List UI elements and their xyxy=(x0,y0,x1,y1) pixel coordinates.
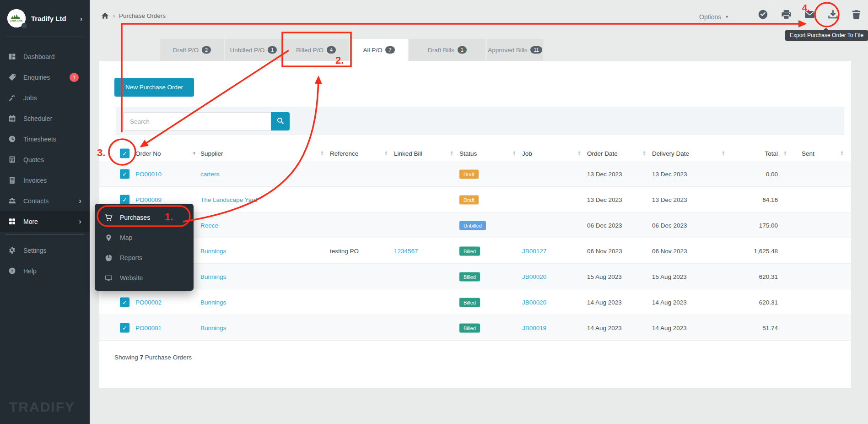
sidebar-item-label: Timesheets xyxy=(23,136,56,143)
order-no-link[interactable]: PO00010 xyxy=(135,170,162,177)
sidebar-item-label: Contacts xyxy=(23,197,49,205)
supplier-link[interactable]: Reece xyxy=(200,222,218,228)
submenu-item[interactable]: Purchases xyxy=(95,207,194,228)
tab[interactable]: Draft P/O 2 xyxy=(160,39,224,61)
sidebar-item[interactable]: Scheduler xyxy=(0,108,90,129)
tab[interactable]: Approved Bills 11 xyxy=(487,39,543,61)
select-all-checkbox[interactable]: ✓ xyxy=(120,148,129,158)
sort-icon[interactable]: ▲▼ xyxy=(642,151,646,156)
supplier-link[interactable]: Bunnings xyxy=(200,247,226,254)
supplier-link[interactable]: The Landscape Yard xyxy=(200,196,257,203)
sort-icon[interactable]: ▲▼ xyxy=(384,151,388,156)
tab[interactable]: Unbilled P/O 1 xyxy=(225,39,282,61)
column-header-linked-bill[interactable]: Linked Bill xyxy=(394,150,422,157)
sidebar-item[interactable]: Settings xyxy=(0,240,90,261)
people-icon xyxy=(8,197,16,205)
page-title: Purchase Orders xyxy=(119,12,166,19)
po-tabs: Draft P/O 2 Unbilled P/O 1 Billed P/O 4 … xyxy=(0,39,868,61)
company-name: Tradify Ltd xyxy=(31,15,80,22)
row-checkbox[interactable]: ✓ xyxy=(120,297,129,307)
status-badge: Unbilled xyxy=(459,222,486,228)
table-header: ✓ Order No ▼ Supplier ▲▼ Reference ▲▼ Li… xyxy=(99,145,851,162)
supplier-link[interactable]: Bunnings xyxy=(200,324,226,331)
search-button[interactable] xyxy=(271,112,290,130)
submenu-item[interactable]: Website xyxy=(95,268,194,288)
calculator-icon xyxy=(8,156,16,163)
more-submenu: Purchases Map Reports Website xyxy=(95,204,194,291)
sidebar-item[interactable]: Jobs xyxy=(0,87,90,108)
trash-icon xyxy=(851,9,862,21)
sort-icon[interactable]: ▲▼ xyxy=(450,151,453,156)
row-checkbox[interactable]: ✓ xyxy=(120,195,129,204)
sort-icon[interactable]: ▲▼ xyxy=(840,151,844,156)
home-icon[interactable] xyxy=(101,12,109,20)
print-button[interactable] xyxy=(778,8,794,22)
sidebar-item[interactable]: Contacts › xyxy=(0,190,90,211)
table-row: ✓ PO00010 carters Draft 13 Dec 2023 13 D… xyxy=(99,161,851,187)
table-row: ✓ PO00001 Bunnings Billed JB00019 14 Aug… xyxy=(99,315,851,341)
submenu-item[interactable]: Map xyxy=(95,228,194,248)
column-header-total[interactable]: Total xyxy=(731,150,778,157)
options-dropdown[interactable]: Options ▼ xyxy=(699,13,729,21)
tab[interactable]: Draft Bills 1 xyxy=(409,39,485,61)
search-input[interactable] xyxy=(123,112,271,130)
sidebar-item[interactable]: More › xyxy=(0,211,90,232)
order-no-link[interactable]: PO00002 xyxy=(135,299,162,305)
supplier-link[interactable]: Bunnings xyxy=(200,273,226,280)
export-button[interactable] xyxy=(825,8,841,22)
total-value: 175.00 xyxy=(731,222,778,228)
row-checkbox[interactable]: ✓ xyxy=(120,169,129,179)
supplier-link[interactable]: Bunnings xyxy=(200,299,226,305)
tab[interactable]: Billed P/O 4 xyxy=(283,39,349,61)
column-header-job[interactable]: Job xyxy=(522,150,532,157)
sort-icon[interactable]: ▲▼ xyxy=(512,151,516,156)
sort-icon[interactable]: ▲▼ xyxy=(722,151,725,156)
table-row: ✓ Reece Unbilled 06 Dec 2023 06 Dec 2023… xyxy=(99,212,851,238)
column-header-status[interactable]: Status xyxy=(459,150,477,157)
tab[interactable]: All P/O 7 xyxy=(350,39,408,61)
status-badge: Billed xyxy=(459,273,480,280)
column-header-order-date[interactable]: Order Date xyxy=(587,150,618,157)
column-header-reference[interactable]: Reference xyxy=(330,150,358,157)
tab-count-badge: 4 xyxy=(327,46,336,54)
supplier-link[interactable]: carters xyxy=(200,170,219,177)
monitor-icon xyxy=(105,274,113,282)
submenu-item[interactable]: Reports xyxy=(95,248,194,268)
column-header-sent[interactable]: Sent xyxy=(802,150,814,157)
sidebar-item[interactable]: ? Help xyxy=(0,261,90,281)
order-no-link[interactable]: PO00009 xyxy=(135,196,162,203)
job-link[interactable]: JB00127 xyxy=(522,247,546,254)
tab-label: Billed P/O xyxy=(296,47,323,54)
purchase-order-list: ✓ PO00010 carters Draft 13 Dec 2023 13 D… xyxy=(99,161,851,341)
column-header-delivery-date[interactable]: Delivery Date xyxy=(652,150,689,157)
sort-icon[interactable]: ▲▼ xyxy=(783,151,787,156)
job-link[interactable]: JB00020 xyxy=(522,299,546,305)
delete-button[interactable] xyxy=(848,8,864,22)
job-link[interactable]: JB00019 xyxy=(522,324,546,331)
linked-bill-link[interactable]: 1234567 xyxy=(394,247,418,254)
tradify-wordmark: TRADIFY xyxy=(9,399,75,415)
sidebar-item[interactable]: Invoices xyxy=(0,170,90,190)
clock-icon xyxy=(8,135,16,143)
email-button[interactable] xyxy=(801,8,818,22)
sidebar-item[interactable]: Timesheets xyxy=(0,129,90,149)
sidebar-item[interactable]: Enquiries 1 xyxy=(0,67,90,87)
sort-icon[interactable]: ▲▼ xyxy=(320,151,324,156)
sidebar-item[interactable]: Dashboard xyxy=(0,46,90,67)
sidebar-item-label: Settings xyxy=(23,247,47,254)
column-header-supplier[interactable]: Supplier xyxy=(200,150,223,157)
tab-label: Draft Bills xyxy=(428,47,454,54)
row-checkbox[interactable]: ✓ xyxy=(120,323,129,332)
new-purchase-order-button[interactable]: New Purchase Order xyxy=(114,78,194,97)
order-no-link[interactable]: PO00001 xyxy=(135,324,162,331)
approve-button[interactable] xyxy=(755,8,771,22)
column-header-order-no[interactable]: Order No xyxy=(135,150,161,157)
export-tooltip: Export Purchase Order To File xyxy=(785,30,868,41)
account-switcher[interactable]: LAWN CARE Tradify Ltd › xyxy=(0,5,90,32)
sidebar-item-label: Enquiries xyxy=(23,74,50,81)
sort-icon[interactable]: ▲▼ xyxy=(577,151,581,156)
tab-count-badge: 1 xyxy=(268,46,277,54)
job-link[interactable]: JB00020 xyxy=(522,273,546,280)
sidebar-item[interactable]: Quotes xyxy=(0,149,90,170)
status-badge: Draft xyxy=(459,196,479,203)
